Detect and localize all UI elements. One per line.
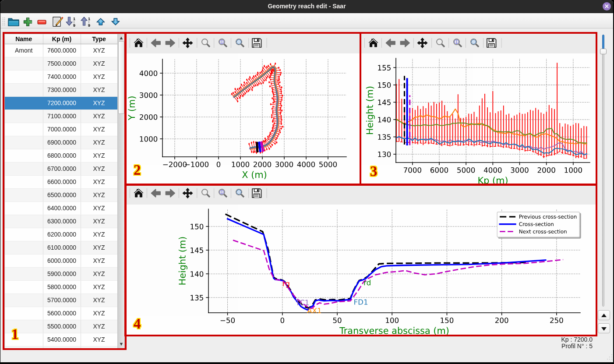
svg-text:1: 1 [73, 17, 75, 21]
svg-text:9: 9 [88, 23, 90, 28]
svg-text:9: 9 [73, 23, 75, 28]
svg-text:1: 1 [88, 17, 90, 21]
